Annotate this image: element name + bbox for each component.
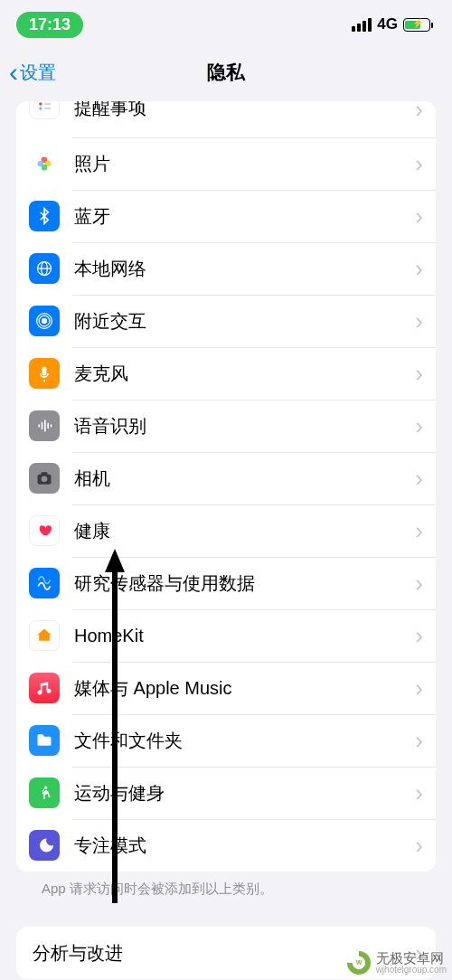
health-icon [29, 515, 60, 546]
bluetooth-icon [29, 201, 60, 231]
chevron-right-icon: › [415, 203, 423, 231]
svg-point-23 [42, 476, 48, 483]
row-label: 相机 [74, 466, 415, 491]
row-label: 研究传感器与使用数据 [74, 571, 415, 596]
music-icon [29, 673, 60, 703]
svg-rect-16 [42, 367, 47, 376]
svg-point-1 [39, 102, 42, 105]
svg-rect-21 [51, 424, 52, 427]
row-research[interactable]: 研究传感器与使用数据› [16, 557, 436, 609]
row-label: 运动与健身 [74, 781, 415, 806]
row-fitness[interactable]: 运动与健身› [16, 767, 436, 819]
row-bluetooth[interactable]: 蓝牙› [16, 190, 436, 242]
navigation-bar: ‹ 设置 隐私 [0, 49, 452, 96]
chevron-right-icon: › [415, 360, 423, 388]
svg-rect-17 [38, 424, 40, 427]
chevron-right-icon: › [415, 255, 423, 283]
chevron-right-icon: › [415, 674, 423, 702]
row-label: 蓝牙 [74, 204, 415, 229]
chevron-right-icon: › [415, 517, 423, 545]
focus-icon [29, 830, 60, 861]
svg-rect-19 [44, 419, 46, 431]
row-speech[interactable]: 语音识别› [16, 400, 436, 452]
chevron-right-icon: › [415, 779, 423, 807]
group-footer: App 请求访问时会被添加到以上类别。 [16, 872, 436, 910]
svg-point-2 [39, 107, 42, 109]
watermark-cn: 无极安卓网 [376, 951, 447, 966]
cellular-signal-icon [352, 18, 372, 32]
row-label: 语音识别 [74, 414, 415, 438]
row-microphone[interactable]: 麦克风› [16, 347, 436, 400]
svg-rect-18 [42, 422, 43, 429]
row-label: 专注模式 [74, 834, 415, 858]
chevron-right-icon: › [415, 150, 423, 178]
chevron-right-icon: › [415, 412, 423, 440]
svg-rect-5 [44, 108, 52, 109]
row-label: 麦克风 [74, 362, 415, 386]
status-bar: 17:13 4G ⚡ [0, 0, 452, 49]
nearby-icon [29, 306, 60, 336]
fitness-icon [29, 777, 60, 808]
row-local-network[interactable]: 本地网络› [16, 242, 436, 295]
chevron-left-icon: ‹ [9, 59, 18, 86]
chevron-right-icon: › [415, 832, 423, 860]
camera-icon [29, 463, 60, 494]
row-photos[interactable]: 照片› [16, 137, 436, 190]
svg-rect-4 [44, 103, 52, 105]
row-media[interactable]: 媒体与 Apple Music› [16, 662, 436, 714]
row-files[interactable]: 文件和文件夹› [16, 714, 436, 767]
svg-rect-24 [42, 472, 48, 475]
page-title: 隐私 [0, 60, 452, 85]
research-icon [29, 568, 60, 598]
row-reminders[interactable]: 提醒事项› [16, 101, 436, 137]
homekit-icon [29, 620, 60, 651]
row-homekit[interactable]: HomeKit› [16, 609, 436, 662]
row-nearby[interactable]: 附近交互› [16, 295, 436, 347]
files-icon [29, 725, 60, 756]
row-label: 本地网络 [74, 257, 415, 281]
privacy-group: 提醒事项›照片›蓝牙›本地网络›附近交互›麦克风›语音识别›相机›健康›研究传感… [16, 101, 436, 872]
svg-rect-20 [47, 423, 49, 429]
settings-list[interactable]: 提醒事项›照片›蓝牙›本地网络›附近交互›麦克风›语音识别›相机›健康›研究传感… [0, 101, 452, 979]
battery-icon: ⚡ [403, 18, 430, 32]
row-health[interactable]: 健康› [16, 504, 436, 557]
row-label: HomeKit [74, 626, 415, 646]
row-label: 健康 [74, 519, 415, 543]
row-label: 附近交互 [74, 309, 415, 334]
chevron-right-icon: › [415, 570, 423, 598]
row-label: 提醒事项 [74, 101, 415, 120]
row-label: 照片 [74, 152, 415, 176]
photos-icon [29, 148, 60, 179]
chevron-right-icon: › [415, 465, 423, 493]
svg-point-9 [38, 161, 44, 167]
status-time: 17:13 [16, 12, 83, 38]
watermark: 无极安卓网 wjhotelgroup.com [347, 951, 447, 975]
reminders-icon [29, 101, 60, 119]
speech-icon [29, 410, 60, 441]
chevron-right-icon: › [415, 101, 423, 124]
chevron-right-icon: › [415, 622, 423, 650]
row-label: 文件和文件夹 [74, 729, 415, 753]
back-button[interactable]: ‹ 设置 [0, 59, 56, 86]
row-label: 媒体与 Apple Music [74, 676, 415, 701]
svg-point-13 [42, 319, 47, 324]
local-network-icon [29, 253, 60, 284]
status-right: 4G ⚡ [352, 15, 430, 33]
chevron-right-icon: › [415, 727, 423, 755]
watermark-en: wjhotelgroup.com [376, 966, 447, 975]
watermark-logo-icon [347, 951, 371, 975]
row-focus[interactable]: 专注模式› [16, 819, 436, 872]
row-camera[interactable]: 相机› [16, 452, 436, 504]
back-label: 设置 [20, 61, 56, 85]
microphone-icon [29, 358, 60, 389]
network-type: 4G [377, 15, 398, 33]
chevron-right-icon: › [415, 307, 423, 335]
svg-point-25 [44, 787, 47, 789]
